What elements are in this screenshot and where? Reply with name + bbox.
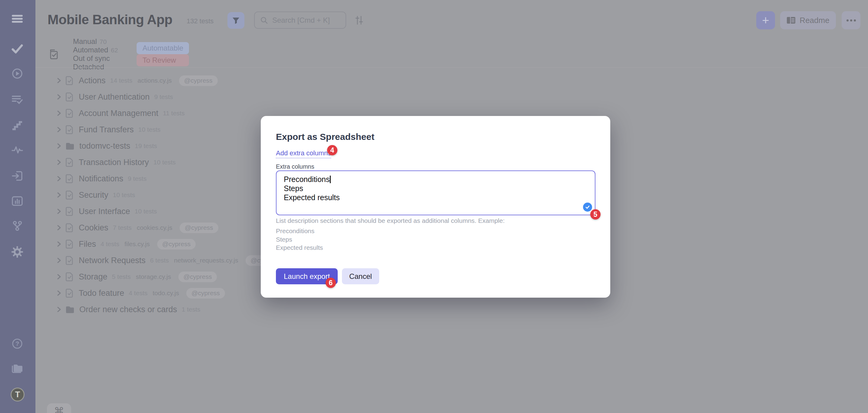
- sidebar: ? T: [0, 0, 35, 413]
- suite-test-count: 14 tests: [110, 77, 133, 84]
- suite-title: User Interface: [79, 207, 130, 216]
- chevron-right-icon: [56, 175, 62, 182]
- tab-count: 62: [111, 46, 118, 54]
- suite-row-order-new-checks-or-cards[interactable]: Order new checks or cards 1 tests: [56, 301, 284, 318]
- cancel-button[interactable]: Cancel: [342, 268, 379, 284]
- tab-out-of-sync[interactable]: Out of sync: [73, 54, 118, 63]
- add-button[interactable]: +: [756, 11, 775, 29]
- test-file-icon: [65, 125, 73, 134]
- sidebar-item-steps-icon[interactable]: [11, 119, 23, 131]
- chevron-right-icon: [56, 208, 62, 215]
- suite-row-transaction-history[interactable]: Transaction History 10 tests: [56, 154, 284, 170]
- suite-row-fund-transfers[interactable]: Fund Transfers 10 tests: [56, 121, 284, 138]
- sidebar-item-tests-icon[interactable]: [11, 43, 23, 55]
- suite-row-files[interactable]: Files 4 tests files.cy.js @cypress: [56, 236, 284, 252]
- filter-pill-to-review[interactable]: To Review: [136, 54, 189, 66]
- test-file-icon: [65, 256, 73, 265]
- add-extra-columns-link[interactable]: Add extra columns: [276, 149, 331, 158]
- annotation-badge-6: 6: [326, 278, 336, 288]
- tab-manual[interactable]: Manual70: [73, 37, 118, 46]
- page-title: Mobile Banking App: [48, 12, 172, 27]
- suite-row-actions[interactable]: Actions 14 tests actions.cy.js @cypress: [56, 72, 284, 89]
- extra-columns-label: Extra columns: [276, 163, 314, 170]
- test-file-icon: [65, 207, 73, 216]
- suite-test-count: 10 tests: [154, 159, 176, 166]
- suite-test-count: 9 tests: [154, 93, 173, 100]
- chevron-right-icon: [56, 290, 62, 296]
- tab-detached[interactable]: Detached: [73, 63, 118, 71]
- suite-row-user-authentication[interactable]: User Authentication 9 tests: [56, 89, 284, 105]
- suite-row-network-requests[interactable]: Network Requests 6 tests network_request…: [56, 252, 284, 268]
- suite-row-todo-feature[interactable]: Todo feature 4 tests todo.cy.js @cypress: [56, 285, 284, 301]
- suite-file-name: files.cy.js: [124, 241, 150, 248]
- example-line: Preconditions: [276, 227, 323, 235]
- more-options-button[interactable]: [842, 11, 861, 29]
- app-root: ? T Mobile Banking App 132 tests Search …: [0, 0, 868, 413]
- chevron-right-icon: [56, 142, 62, 149]
- export-spreadsheet-modal: Export as Spreadsheet Add extra columns …: [261, 116, 610, 298]
- annotation-badge-4: 4: [327, 145, 337, 155]
- chevron-right-icon: [56, 159, 62, 166]
- sidebar-item-settings-icon[interactable]: [11, 246, 23, 258]
- tab-automated[interactable]: Automated62: [73, 46, 118, 54]
- sidebar-item-branches-icon[interactable]: [11, 220, 23, 232]
- menu-icon[interactable]: [11, 13, 23, 25]
- suite-row-notifications[interactable]: Notifications 9 tests: [56, 170, 284, 187]
- filter-button[interactable]: [227, 12, 244, 29]
- checklist-icon[interactable]: [49, 49, 58, 60]
- suite-test-count: 9 tests: [128, 175, 147, 182]
- sidebar-item-runs-icon[interactable]: [11, 67, 23, 80]
- extra-columns-textarea[interactable]: PreconditionsStepsExpected results: [276, 170, 595, 215]
- chevron-right-icon: [56, 126, 62, 133]
- book-icon: [786, 17, 796, 24]
- funnel-icon: [232, 17, 240, 25]
- test-file-icon: [65, 289, 73, 298]
- suite-row-user-interface[interactable]: User Interface 10 tests: [56, 203, 284, 220]
- search-input[interactable]: Search [Cmd + K]: [254, 11, 346, 29]
- suite-test-count: 10 tests: [138, 126, 161, 133]
- suite-row-account-management[interactable]: Account Management 11 tests: [56, 105, 284, 121]
- adjustments-icon[interactable]: [354, 15, 364, 26]
- chevron-right-icon: [56, 257, 62, 264]
- suite-test-count: 10 tests: [135, 208, 157, 215]
- tab-label: Automated: [73, 46, 108, 54]
- suite-title: Actions: [79, 76, 106, 85]
- suite-row-storage[interactable]: Storage 5 tests storage.cy.js @cypress: [56, 268, 284, 285]
- tab-label: Out of sync: [73, 54, 110, 63]
- sidebar-item-test-plans-icon[interactable]: [11, 94, 23, 106]
- suite-row-security[interactable]: Security 10 tests: [56, 187, 284, 203]
- tab-label: Detached: [73, 63, 104, 71]
- textarea-line: Expected results: [284, 193, 588, 202]
- suite-tag-badge: @cypress: [180, 223, 218, 233]
- suite-title: todomvc-tests: [79, 141, 130, 151]
- filter-pill-automatable[interactable]: Automatable: [136, 42, 189, 54]
- suite-test-count: 10 tests: [113, 191, 135, 199]
- help-icon[interactable]: ?: [11, 338, 23, 350]
- suite-title: Fund Transfers: [79, 125, 134, 134]
- suite-title: Network Requests: [79, 256, 146, 265]
- test-file-icon: [65, 174, 73, 183]
- suite-tag-badge: @cypress: [178, 272, 217, 282]
- keyboard-shortcuts-button[interactable]: ⌘: [47, 403, 71, 413]
- sidebar-item-pulse-icon[interactable]: [11, 144, 23, 156]
- suite-test-count: 1 tests: [182, 306, 200, 313]
- chevron-right-icon: [56, 306, 62, 313]
- suite-row-cookies[interactable]: Cookies 7 tests cookies.cy.js @cypress: [56, 220, 284, 236]
- projects-folder-icon[interactable]: [11, 363, 23, 375]
- tab-label: Manual: [73, 37, 97, 46]
- example-line: Steps: [276, 235, 323, 244]
- folder-icon: [65, 306, 74, 313]
- suite-title: Account Management: [79, 109, 158, 118]
- suite-row-todomvc-tests[interactable]: todomvc-tests 19 tests: [56, 138, 284, 154]
- chevron-right-icon: [56, 241, 62, 247]
- avatar[interactable]: T: [10, 387, 25, 402]
- readme-button[interactable]: Readme: [780, 11, 836, 29]
- ellipsis-icon: [846, 20, 856, 22]
- sidebar-item-import-icon[interactable]: [11, 170, 23, 182]
- chevron-right-icon: [56, 192, 62, 198]
- suite-test-count: 7 tests: [113, 224, 132, 231]
- sidebar-item-analytics-icon[interactable]: [11, 195, 23, 207]
- chevron-right-icon: [56, 77, 62, 84]
- test-file-icon: [65, 223, 73, 232]
- text-cursor: [330, 176, 331, 183]
